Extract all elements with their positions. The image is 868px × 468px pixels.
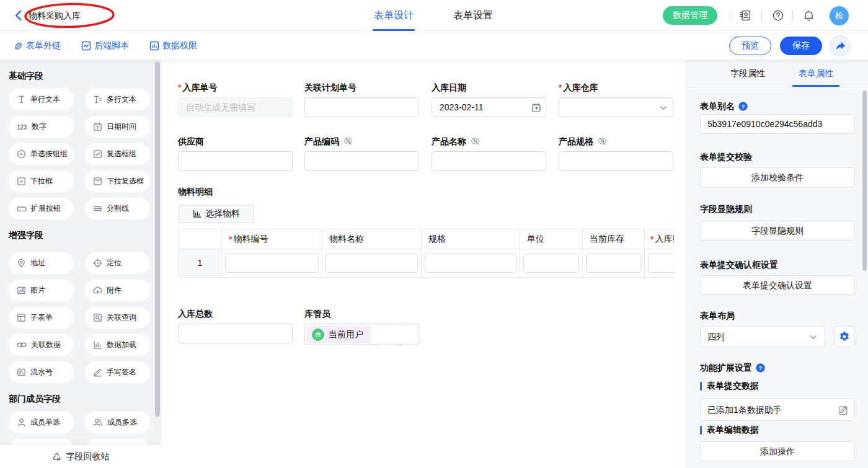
field-item-address[interactable]: 地址 [9, 252, 74, 274]
field-label: 产品编码 [304, 136, 419, 146]
address-icon [17, 258, 26, 268]
tab-field-properties[interactable]: 字段属性 [714, 60, 782, 87]
eye-off-icon [471, 137, 480, 146]
form-canvas[interactable]: *入库单号 自动生成无需填写 关联计划单号 入库日期 2023-02-11 *入… [161, 60, 686, 468]
field-item-serial-number[interactable]: 流水号 [9, 361, 74, 383]
field-label: 入库日期 [432, 82, 546, 92]
backend-script-button[interactable]: 后端脚本 [81, 40, 129, 51]
eye-off-icon [343, 137, 353, 146]
field-item-multi-select[interactable]: 下拉复选框 [85, 170, 150, 192]
field-input-date[interactable]: 2023-02-11 [432, 97, 546, 117]
tab-form-properties[interactable]: 表单属性 [782, 60, 850, 87]
field-item-single-line-text[interactable]: 单行文本 [9, 89, 74, 110]
table-input-spec[interactable] [425, 253, 516, 273]
preview-button[interactable]: 预览 [729, 37, 771, 55]
field-input-product-name[interactable] [432, 151, 546, 171]
field-input-plan-no[interactable] [304, 97, 419, 117]
field-item-extend-button[interactable]: 扩展按钮 [9, 198, 74, 219]
multi-select-icon [93, 177, 102, 186]
number-icon: 123 [17, 123, 27, 131]
notification-bell-icon[interactable] [799, 6, 818, 25]
field-label: 关联计划单号 [304, 82, 419, 92]
alias-input[interactable]: 5b3917e0910c0e294c56add3 [700, 114, 855, 134]
edit-icon[interactable] [838, 405, 848, 415]
field-item-select[interactable]: 下拉框 [9, 170, 74, 192]
location-icon [93, 258, 102, 268]
pick-material-button[interactable]: 选择物料 [179, 205, 254, 223]
field-item-member-multi[interactable]: 成员多选 [85, 412, 150, 433]
field-item-attachment[interactable]: 附件 [85, 280, 150, 301]
add-operation-button[interactable]: 添加操作 [700, 441, 855, 461]
field-input-product-spec[interactable] [559, 151, 673, 171]
help-filled-icon[interactable]: ? [756, 363, 765, 373]
share-button[interactable] [830, 35, 851, 56]
field-input-total[interactable] [178, 324, 293, 343]
visibility-label: 字段显隐规则 [700, 205, 855, 214]
field-item-signature[interactable]: 手写签名 [85, 361, 150, 383]
field-input-supplier[interactable] [178, 151, 293, 171]
help-filled-icon[interactable]: ? [738, 102, 748, 111]
table-input-unit[interactable] [523, 253, 579, 273]
user-avatar[interactable]: 检 [830, 6, 849, 25]
field-item-radio-group[interactable]: 单选按钮组 [9, 143, 74, 165]
svg-text:?: ? [742, 103, 745, 110]
field-recycle-bin[interactable]: 字段回收站 [0, 445, 161, 468]
field-item-image[interactable]: 图片 [9, 280, 74, 301]
divider-icon [93, 204, 102, 213]
row-index-cell: 1 [179, 249, 222, 276]
field-item-member-single[interactable]: 成员单选 [9, 412, 74, 433]
field-item-subform[interactable]: 子表单 [9, 307, 74, 329]
field-item-divider[interactable]: 分割线 [85, 198, 150, 219]
field-item-checkbox-group[interactable]: 复选框组 [85, 143, 150, 165]
form-title[interactable]: 物料采购入库 [27, 6, 89, 25]
panel-scrollbar[interactable] [862, 91, 867, 271]
properties-panel: 字段属性 表单属性 表单别名 ? 5b3917e0910c0e294c56add… [686, 60, 868, 468]
field-item-location[interactable]: 定位 [85, 252, 150, 274]
bar-chart-icon [193, 210, 202, 218]
layout-select[interactable]: 四列 [700, 326, 825, 347]
multi-line-text-icon [93, 95, 102, 104]
column-header-material-code: *物料编号 [222, 229, 322, 249]
field-label: 产品名称 [432, 136, 546, 146]
field-input-product-code[interactable] [304, 151, 419, 171]
share-arrow-icon [835, 41, 846, 51]
table-corner-cell [179, 229, 222, 249]
tab-form-design[interactable]: 表单设计 [374, 0, 414, 31]
save-button[interactable]: 保存 [780, 37, 822, 55]
field-label: 产品规格 [559, 136, 673, 146]
field-item-linked-query[interactable]: 关联查询 [85, 307, 150, 329]
data-assistant-field[interactable]: 已添加1条数据助手 [700, 399, 855, 421]
section-title-member-fields: 部门成员字段 [9, 394, 161, 404]
table-input-material-code[interactable] [225, 253, 319, 273]
layout-settings-button[interactable] [834, 326, 855, 347]
select-icon [17, 177, 26, 186]
contacts-icon[interactable] [735, 6, 755, 25]
current-user-tag[interactable]: 当前用户 [307, 326, 371, 343]
visibility-rules-button[interactable]: 字段显隐规则 [700, 221, 855, 241]
external-link-button[interactable]: 表单外链 [14, 40, 61, 51]
field-item-multi-line-text[interactable]: 多行文本 [85, 89, 150, 110]
field-member-keeper[interactable]: 当前用户 [304, 324, 419, 345]
submit-confirm-button[interactable]: 表单提交确认设置 [700, 275, 855, 295]
table-input-material-name[interactable] [326, 253, 418, 273]
chevron-down-icon [810, 333, 817, 341]
table-input-stock[interactable] [586, 253, 641, 273]
table-input-qty[interactable] [648, 253, 674, 273]
data-permission-button[interactable]: 数据权限 [149, 40, 197, 51]
field-input-receipt-no[interactable]: 自动生成无需填写 [178, 97, 293, 117]
field-item-data-load[interactable]: 数据加载 [85, 334, 150, 356]
field-item-number[interactable]: 123 数字 [9, 116, 74, 138]
field-item-linked-data[interactable]: 关联数据 [9, 334, 74, 356]
field-select-warehouse[interactable] [559, 97, 673, 117]
field-item-datetime[interactable]: 日期时间 [85, 116, 150, 138]
data-permission-icon [149, 41, 159, 51]
column-header-spec: 规格 [422, 229, 520, 249]
add-validation-button[interactable]: 添加校验条件 [700, 167, 855, 187]
back-icon[interactable] [12, 9, 25, 22]
data-manage-button[interactable]: 数据管理 [663, 6, 717, 25]
sidebar-scrollbar[interactable] [155, 62, 160, 417]
tab-form-settings[interactable]: 表单设置 [453, 0, 493, 31]
help-icon[interactable] [768, 6, 788, 25]
divider [730, 10, 730, 21]
section-title-enhanced-fields: 增强字段 [9, 231, 161, 240]
